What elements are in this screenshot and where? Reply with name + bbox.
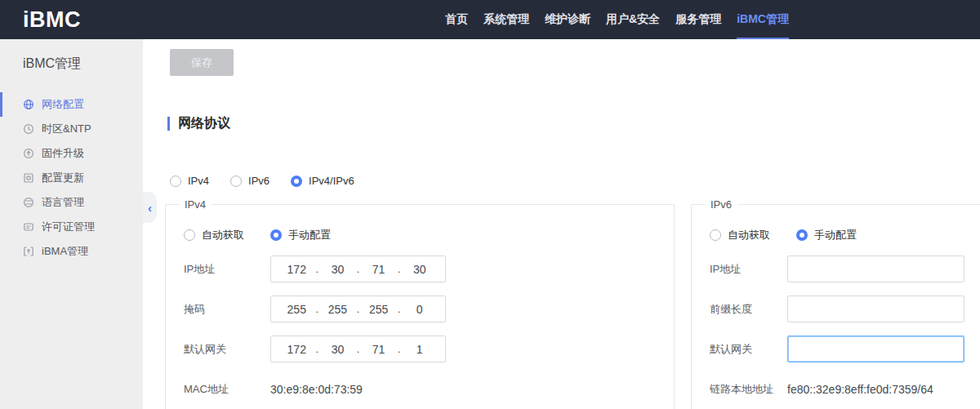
- radio-option-ipv4[interactable]: IPv4: [170, 175, 209, 187]
- field-label: 链路本地地址: [710, 382, 787, 397]
- ipv4-radio-manual[interactable]: 手动配置: [270, 228, 331, 242]
- ipv4-groupbox-legend: IPv4: [179, 198, 212, 211]
- sidebar-item-network-config[interactable]: 网络配置: [0, 92, 143, 117]
- ip-octet-input[interactable]: 255: [318, 303, 357, 316]
- sidebar-title: iBMC管理: [0, 39, 143, 73]
- sidebar-item-timezone-ntp[interactable]: 时区&NTP: [0, 117, 143, 141]
- radio-circle-icon: [184, 229, 195, 241]
- ipv6-ip-address-row: IP地址: [710, 256, 980, 282]
- ipv6-ip-address-input[interactable]: [787, 256, 964, 282]
- radio-label: IPv4: [188, 175, 209, 187]
- field-label: 前缀长度: [710, 302, 787, 317]
- ipv4-mac-address-row: MAC地址 30:e9:8e:0d:73:59: [184, 376, 674, 402]
- nav-service-management[interactable]: 服务管理: [675, 0, 721, 39]
- ip-octet-input[interactable]: 30: [400, 263, 439, 276]
- sidebar-item-language-management[interactable]: 语言管理: [0, 190, 143, 215]
- radio-circle-icon: [796, 229, 808, 241]
- clock-icon: [23, 123, 34, 135]
- sidebar-item-config-update[interactable]: 配置更新: [0, 166, 143, 190]
- ibmc-logo: iBMC: [0, 0, 81, 39]
- license-icon: [23, 221, 34, 233]
- field-label: IP地址: [710, 262, 787, 277]
- radio-label: 自动获取: [202, 228, 244, 242]
- radio-circle-icon: [230, 176, 242, 187]
- protocol-radio-group: IPv4 IPv6 IPv4/IPv6: [170, 175, 354, 187]
- ipv4-radio-auto[interactable]: 自动获取: [184, 228, 244, 242]
- ip-octet-input[interactable]: 71: [359, 263, 398, 276]
- nav-system-management[interactable]: 系统管理: [483, 0, 529, 39]
- ip-octet-input[interactable]: 30: [318, 343, 357, 356]
- section-title: 网络协议: [178, 115, 230, 132]
- ipv6-default-gateway-input[interactable]: [787, 336, 964, 362]
- globe-icon: [23, 99, 34, 110]
- ip-octet-input[interactable]: 255: [278, 303, 316, 316]
- ipv4-ip-address-input[interactable]: 172 . 30 . 71 . 30: [270, 256, 446, 282]
- field-label: 掩码: [184, 302, 270, 317]
- language-icon: [23, 197, 34, 208]
- radio-circle-icon: [270, 229, 282, 241]
- ip-octet-input[interactable]: 255: [359, 303, 398, 316]
- ipv6-radio-auto[interactable]: 自动获取: [710, 228, 770, 242]
- sidebar: iBMC管理 网络配置 时区&NTP 固件升级: [0, 39, 143, 409]
- radio-label: 自动获取: [728, 228, 770, 242]
- sidebar-item-label: 配置更新: [42, 171, 84, 185]
- ip-octet-input[interactable]: 172: [278, 263, 316, 276]
- sidebar-item-license-management[interactable]: 许可证管理: [0, 215, 143, 239]
- ipv4-subnet-mask-row: 掩码 255 . 255 . 255 . 0: [184, 296, 674, 322]
- sidebar-item-label: 网络配置: [42, 97, 84, 112]
- radio-option-ipv4-ipv6[interactable]: IPv4/IPv6: [291, 175, 354, 187]
- ipv6-groupbox: IPv6 自动获取 手动配置 IP地址 前缀长度 默认网关 链路本地地址 f: [691, 204, 980, 409]
- sidebar-item-label: 时区&NTP: [42, 122, 91, 136]
- ip-octet-input[interactable]: 172: [278, 343, 316, 356]
- sidebar-menu: 网络配置 时区&NTP 固件升级 配置更新: [0, 92, 143, 264]
- ip-octet-input[interactable]: 71: [359, 343, 398, 356]
- sidebar-item-label: 许可证管理: [42, 220, 95, 234]
- config-update-icon: [23, 172, 34, 184]
- ipv6-radio-manual[interactable]: 手动配置: [796, 228, 857, 242]
- field-label: IP地址: [184, 262, 270, 277]
- ipv6-prefix-length-row: 前缀长度: [710, 296, 980, 322]
- radio-label: IPv4/IPv6: [309, 175, 354, 187]
- ipv4-default-gateway-row: 默认网关 172 . 30 . 71 . 1: [184, 336, 674, 362]
- field-label: 默认网关: [184, 342, 270, 357]
- sidebar-item-label: iBMA管理: [42, 244, 88, 259]
- sidebar-item-label: 语言管理: [42, 195, 84, 210]
- sidebar-item-ibma-management[interactable]: iBMA管理: [0, 239, 143, 264]
- ipv6-groupbox-legend: IPv6: [705, 198, 737, 211]
- radio-circle-icon: [170, 176, 181, 187]
- section-accent-bar: [167, 117, 170, 131]
- radio-label: 手动配置: [814, 228, 857, 242]
- radio-label: 手动配置: [288, 228, 331, 242]
- radio-label: IPv6: [248, 175, 270, 187]
- nav-maintenance-diagnostics[interactable]: 维护诊断: [545, 0, 590, 39]
- field-label: MAC地址: [184, 382, 270, 397]
- topbar: iBMC 首页 系统管理 维护诊断 用户&安全 服务管理 iBMC管理: [0, 0, 980, 39]
- mac-address-value: 30:e9:8e:0d:73:59: [270, 383, 363, 396]
- ipv6-mode-radio-group: 自动获取 手动配置: [710, 228, 980, 242]
- link-local-address-value: fe80::32e9:8eff:fe0d:7359/64: [787, 383, 933, 396]
- ip-octet-input[interactable]: 30: [318, 263, 357, 276]
- chevron-left-icon: ‹: [148, 202, 152, 214]
- sidebar-item-firmware-upgrade[interactable]: 固件升级: [0, 141, 143, 166]
- ipv6-prefix-length-input[interactable]: [787, 296, 964, 322]
- upgrade-circle-icon: [23, 148, 34, 159]
- top-navigation: 首页 系统管理 维护诊断 用户&安全 服务管理 iBMC管理: [445, 0, 789, 39]
- save-button[interactable]: 保存: [170, 49, 234, 76]
- nav-user-security[interactable]: 用户&安全: [606, 0, 660, 39]
- ipv4-subnet-mask-input[interactable]: 255 . 255 . 255 . 0: [270, 296, 446, 322]
- ipv4-default-gateway-input[interactable]: 172 . 30 . 71 . 1: [270, 336, 446, 362]
- ip-octet-input[interactable]: 1: [400, 343, 439, 356]
- ipv6-link-local-address-row: 链路本地地址 fe80::32e9:8eff:fe0d:7359/64: [710, 376, 980, 402]
- section-header: 网络协议: [167, 115, 230, 132]
- nav-ibmc-management[interactable]: iBMC管理: [737, 0, 789, 39]
- radio-circle-icon: [291, 176, 302, 187]
- ip-octet-input[interactable]: 0: [400, 303, 439, 316]
- ipv4-groupbox: IPv4 自动获取 手动配置 IP地址 172 . 30 . 71 . 30: [165, 204, 675, 409]
- sidebar-item-label: 固件升级: [42, 146, 84, 161]
- package-icon: [23, 246, 34, 257]
- sidebar-collapse-button[interactable]: ‹: [143, 192, 157, 223]
- field-label: 默认网关: [710, 342, 787, 357]
- radio-option-ipv6[interactable]: IPv6: [230, 175, 270, 187]
- nav-home[interactable]: 首页: [445, 0, 468, 39]
- ibmc-app-window: iBMC 首页 系统管理 维护诊断 用户&安全 服务管理 iBMC管理 iBMC…: [0, 0, 980, 409]
